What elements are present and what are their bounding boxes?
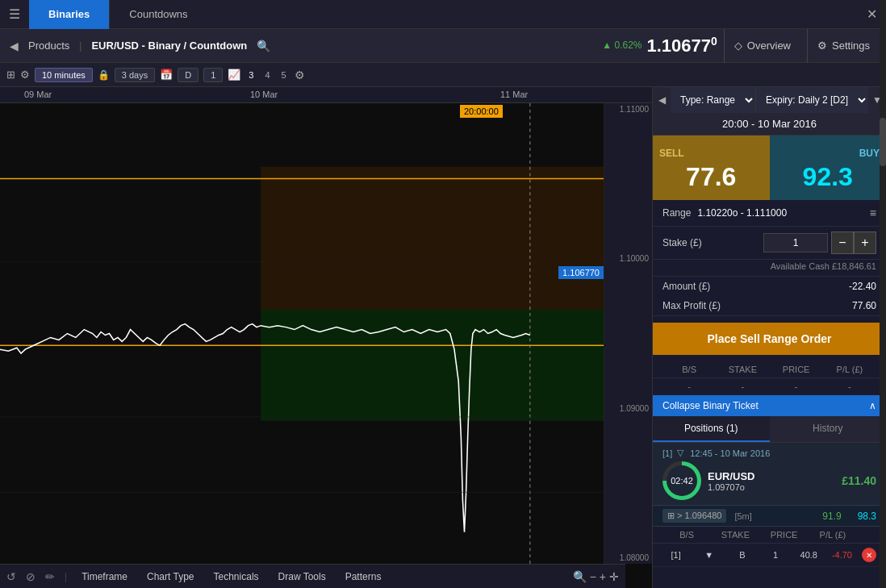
table-header: B/S STAKE PRICE P/L (£) bbox=[653, 361, 886, 378]
range-adjust-icon[interactable]: ≡ bbox=[870, 206, 876, 219]
binaries-tab[interactable]: Binaries bbox=[29, 0, 109, 29]
timeframe-bottom-btn[interactable]: Timeframe bbox=[77, 569, 132, 584]
products-label[interactable]: Products bbox=[28, 40, 69, 52]
amount-row: Amount (£) -22.40 bbox=[653, 277, 886, 296]
profit-row: Max Profit (£) 77.60 bbox=[653, 296, 886, 316]
bottom-toolbar: ↺ ⊘ ✏ | Timeframe Chart Type Technicals … bbox=[0, 564, 625, 588]
position-item: [1] ▽ 12:45 - 10 Mar 2016 02:42 EUR/USD … bbox=[653, 443, 886, 506]
gear-icon[interactable]: ⚙ bbox=[20, 69, 30, 81]
position-pair: EUR/USD bbox=[708, 470, 835, 482]
profit-label: Max Profit (£) bbox=[662, 300, 852, 311]
datetime-row: 20:00 - 10 Mar 2016 bbox=[653, 113, 886, 136]
block-icon[interactable]: ⊘ bbox=[26, 570, 36, 583]
profit-value: 77.60 bbox=[852, 300, 876, 311]
positions-tab[interactable]: Positions (1) bbox=[653, 416, 770, 442]
back-button[interactable]: ◀ bbox=[6, 40, 22, 52]
amount-label: Amount (£) bbox=[662, 281, 849, 292]
grid-icon[interactable]: ⊞ bbox=[6, 69, 15, 81]
collapse-icon: ∧ bbox=[869, 400, 876, 411]
buy-box[interactable]: BUY 92.3 bbox=[770, 136, 887, 200]
stake-col-header: STAKE bbox=[716, 365, 769, 374]
position-pl: £11.40 bbox=[842, 474, 876, 487]
settings-icon: ⚙ bbox=[817, 40, 827, 52]
zoom-plus-btn[interactable]: + bbox=[600, 570, 606, 583]
zoom-minus-btn[interactable]: − bbox=[590, 570, 596, 583]
chart-area: 09 Mar 10 Mar 11 Mar bbox=[0, 87, 652, 588]
expand-icon[interactable]: ▽ bbox=[677, 448, 683, 458]
sub-timeframe: [5m] bbox=[734, 511, 751, 521]
num1-btn[interactable]: 1 bbox=[203, 68, 223, 82]
header-row: ◀ Products | EUR/USD - Binary / Countdow… bbox=[0, 29, 886, 63]
row-id: [1] bbox=[662, 550, 689, 560]
refresh-icon[interactable]: ↺ bbox=[6, 570, 16, 583]
stake-label: Stake (£) bbox=[662, 237, 763, 248]
stake-input[interactable] bbox=[763, 233, 828, 252]
stake-minus-btn[interactable]: − bbox=[831, 231, 854, 254]
y-label-2: 1.09000 bbox=[608, 404, 649, 413]
num5-btn[interactable]: 5 bbox=[278, 69, 290, 81]
y-axis-labels: 1.11000 1.10000 1.09000 1.08000 bbox=[604, 103, 652, 564]
pencil-icon[interactable]: ✏ bbox=[45, 570, 55, 583]
collapse-label: Collapse Binary Ticket bbox=[662, 400, 759, 411]
zoom-out-btn[interactable]: 🔍 bbox=[573, 570, 587, 583]
positions-history-tabs: Positions (1) History bbox=[653, 416, 886, 443]
price-cursor-label: 1.106770 bbox=[558, 266, 604, 279]
sub-buy-value: 98.3 bbox=[858, 511, 876, 522]
calendar-icon[interactable]: 📅 bbox=[160, 69, 173, 81]
main-layout: 09 Mar 10 Mar 11 Mar bbox=[0, 87, 886, 588]
collapse-bar[interactable]: Collapse Binary Ticket ∧ bbox=[653, 395, 886, 416]
expiry-select[interactable]: Expiry: Daily 2 [D2] bbox=[756, 87, 868, 113]
scrollbar-thumb[interactable] bbox=[880, 118, 886, 166]
type-expiry-row: ◀ Type: Range Expiry: Daily 2 [D2] ▼ bbox=[653, 87, 886, 113]
y-label-1: 1.10000 bbox=[608, 254, 649, 263]
crosshair-btn[interactable]: ✛ bbox=[609, 570, 619, 583]
sub-badge: ⊞ > 1.096480 bbox=[662, 509, 726, 523]
price-change: ▲ 0.62% bbox=[602, 40, 642, 51]
amount-value: -22.40 bbox=[849, 281, 876, 292]
top-tab-bar: ☰ Binaries Countdowns ✕ bbox=[0, 0, 886, 29]
position-price: 1.09707o bbox=[708, 482, 835, 492]
zoom-controls: 🔍 − + ✛ bbox=[573, 570, 619, 583]
position-info: EUR/USD 1.09707o bbox=[708, 470, 835, 492]
stake-plus-btn[interactable]: + bbox=[854, 231, 876, 254]
num3-btn[interactable]: 3 bbox=[245, 69, 257, 81]
period-btn[interactable]: D bbox=[178, 68, 199, 82]
timeframe-btn[interactable]: 10 minutes bbox=[35, 68, 93, 82]
position-body: 02:42 EUR/USD 1.09707o £11.40 bbox=[662, 461, 876, 500]
svg-rect-2 bbox=[261, 167, 648, 310]
type-select[interactable]: Type: Range bbox=[671, 87, 756, 113]
sell-value: 77.6 bbox=[686, 162, 736, 192]
settings-button[interactable]: ⚙ Settings bbox=[807, 29, 880, 63]
date-11mar: 11 Mar bbox=[500, 90, 528, 99]
y-label-3: 1.08000 bbox=[608, 553, 649, 562]
close-position-btn[interactable]: ✕ bbox=[862, 548, 876, 562]
hamburger-button[interactable]: ☰ bbox=[0, 0, 29, 29]
draw-tools-btn[interactable]: Draw Tools bbox=[274, 569, 331, 584]
place-order-button[interactable]: Place Sell Range Order bbox=[653, 323, 886, 355]
price-chart bbox=[0, 103, 652, 564]
sell-buy-row: SELL 77.6 BUY 92.3 bbox=[653, 136, 886, 200]
overview-button[interactable]: ◇ Overview bbox=[724, 29, 800, 63]
num4-btn[interactable]: 4 bbox=[261, 69, 273, 81]
buy-value: 92.3 bbox=[803, 162, 853, 192]
history-tab[interactable]: History bbox=[770, 416, 887, 442]
search-icon[interactable]: 🔍 bbox=[257, 40, 270, 52]
scrollbar[interactable] bbox=[880, 87, 886, 588]
sell-box[interactable]: SELL 77.6 bbox=[653, 136, 770, 200]
row-stake: 1 bbox=[763, 550, 789, 560]
date-10mar: 10 Mar bbox=[250, 90, 278, 99]
time-label: 20:00:00 bbox=[460, 105, 503, 118]
days-btn[interactable]: 3 days bbox=[115, 68, 155, 82]
table-row: [1] ▼ B 1 40.8 -4.70 ✕ bbox=[653, 544, 886, 567]
position-header: [1] ▽ 12:45 - 10 Mar 2016 bbox=[662, 448, 876, 458]
sell-label: SELL bbox=[653, 144, 691, 162]
countdowns-tab[interactable]: Countdowns bbox=[109, 0, 207, 29]
left-arrow[interactable]: ◀ bbox=[653, 87, 671, 113]
patterns-btn[interactable]: Patterns bbox=[341, 569, 387, 584]
chart-type-btn[interactable]: Chart Type bbox=[142, 569, 199, 584]
technicals-btn[interactable]: Technicals bbox=[209, 569, 264, 584]
row-price: 40.8 bbox=[796, 550, 822, 560]
toolbar-gear-icon[interactable]: ⚙ bbox=[295, 69, 305, 81]
chart-icon[interactable]: 📈 bbox=[228, 69, 240, 81]
row-bs: B bbox=[729, 550, 755, 560]
